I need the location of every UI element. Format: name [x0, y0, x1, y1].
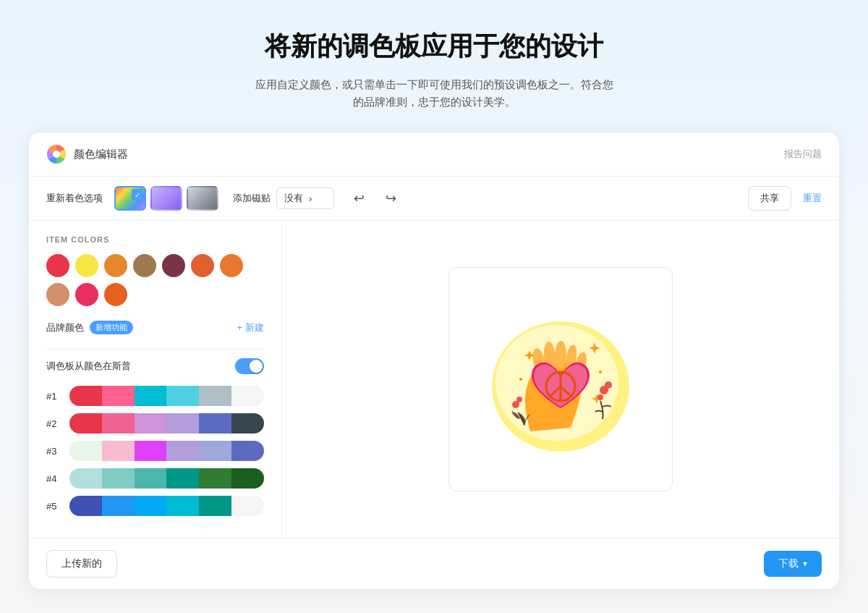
recolor-gray[interactable]: [187, 186, 218, 211]
color-swatch-2[interactable]: [104, 254, 127, 277]
card-header: 颜色编辑器 报告问题: [29, 132, 839, 177]
svg-point-17: [597, 394, 603, 400]
new-create-button[interactable]: + 新建: [237, 321, 264, 334]
page-subtitle: 应用自定义颜色，或只需单击一下即可使用我们的预设调色板之一。符合您的品牌准则，忠…: [253, 76, 615, 111]
snap-value: 没有: [284, 192, 303, 205]
toolbar: 重新着色选项 ✓ 添加磁贴 没有 › ↩ ↪ 共享 重置: [29, 177, 839, 221]
left-panel: ITEM COLORS 品牌颜色 新增功能 + 新建 调色板从颜色在斯普 #1#…: [29, 221, 282, 538]
palette-row-#2: #2: [46, 413, 264, 434]
recolor-options: ✓: [114, 186, 218, 211]
report-link[interactable]: 报告问题: [784, 148, 822, 161]
new-badge: 新增功能: [90, 321, 133, 334]
content-area: ITEM COLORS 品牌颜色 新增功能 + 新建 调色板从颜色在斯普 #1#…: [29, 221, 839, 538]
color-swatch-8[interactable]: [75, 283, 98, 306]
snap-section: 添加磁贴 没有 ›: [233, 187, 334, 209]
color-swatch-9[interactable]: [104, 283, 127, 306]
svg-point-19: [516, 397, 522, 402]
illustration-svg: [467, 285, 655, 473]
page-title: 将新的调色板应用于您的设计: [14, 29, 854, 64]
card-title: 颜色编辑器: [74, 148, 128, 161]
color-swatch-0[interactable]: [46, 254, 69, 277]
palette-snap-row: 调色板从颜色在斯普: [46, 358, 264, 374]
color-swatch-4[interactable]: [162, 254, 185, 277]
share-button[interactable]: 共享: [748, 186, 791, 211]
svg-point-16: [605, 381, 612, 389]
svg-point-1: [53, 151, 60, 158]
footer-actions: 上传新的 下载 ▾: [29, 538, 839, 589]
color-swatches: [46, 254, 264, 306]
color-swatch-5[interactable]: [191, 254, 214, 277]
preview-container: [448, 267, 673, 491]
divider: [46, 349, 264, 350]
color-swatch-1[interactable]: [75, 254, 98, 277]
undo-redo: ↩ ↪: [346, 185, 404, 211]
palette-row-#1: #1: [46, 386, 264, 406]
color-swatch-3[interactable]: [133, 254, 156, 277]
recolor-rainbow[interactable]: ✓: [114, 186, 146, 211]
checkmark: ✓: [132, 189, 143, 200]
snap-label: 添加磁贴: [233, 192, 271, 205]
brand-colors-row: 品牌颜色 新增功能 + 新建: [46, 321, 264, 334]
palette-num: #2: [46, 418, 61, 429]
palette-bar[interactable]: [69, 441, 264, 461]
undo-button[interactable]: ↩: [346, 185, 372, 211]
color-swatch-7[interactable]: [46, 283, 69, 306]
toggle-knob: [250, 360, 263, 373]
card-header-left: 颜色编辑器: [46, 144, 128, 164]
svg-point-13: [519, 378, 522, 381]
palettes-container: #1#2#3#4#5: [46, 386, 264, 516]
palette-bar[interactable]: [69, 386, 264, 406]
redo-button[interactable]: ↪: [378, 185, 404, 211]
chevron-right-icon: ›: [309, 193, 312, 204]
palette-num: #4: [46, 473, 61, 484]
item-colors-title: ITEM COLORS: [46, 235, 264, 244]
palette-row-#3: #3: [46, 441, 264, 461]
palette-snap-toggle[interactable]: [235, 358, 264, 374]
palette-row-#5: #5: [46, 496, 264, 516]
download-label: 下载: [778, 557, 799, 570]
palette-bar[interactable]: [69, 468, 264, 489]
item-colors-section: ITEM COLORS: [46, 235, 264, 306]
palette-num: #5: [46, 501, 61, 512]
color-wheel-icon: [46, 144, 67, 164]
brand-label: 品牌颜色: [46, 321, 84, 334]
page-header: 将新的调色板应用于您的设计 应用自定义颜色，或只需单击一下即可使用我们的预设调色…: [0, 0, 868, 132]
download-button[interactable]: 下载 ▾: [764, 551, 822, 577]
palette-bar[interactable]: [69, 496, 264, 516]
palette-row-#4: #4: [46, 468, 264, 489]
palette-num: #3: [46, 446, 61, 457]
right-panel: [282, 221, 839, 538]
recolor-label: 重新着色选项: [46, 192, 103, 205]
svg-point-14: [599, 371, 602, 373]
snap-select[interactable]: 没有 ›: [276, 187, 334, 209]
palette-bar[interactable]: [69, 413, 264, 434]
main-card: 颜色编辑器 报告问题 重新着色选项 ✓ 添加磁贴 没有 › ↩ ↪ 共享 重置: [29, 132, 839, 589]
reset-button[interactable]: 重置: [803, 192, 822, 205]
recolor-purple[interactable]: [150, 186, 182, 211]
download-chevron-icon: ▾: [803, 559, 807, 569]
palette-snap-label: 调色板从颜色在斯普: [46, 360, 235, 373]
upload-button[interactable]: 上传新的: [46, 550, 117, 578]
color-swatch-6[interactable]: [220, 254, 243, 277]
palette-num: #1: [46, 391, 61, 402]
